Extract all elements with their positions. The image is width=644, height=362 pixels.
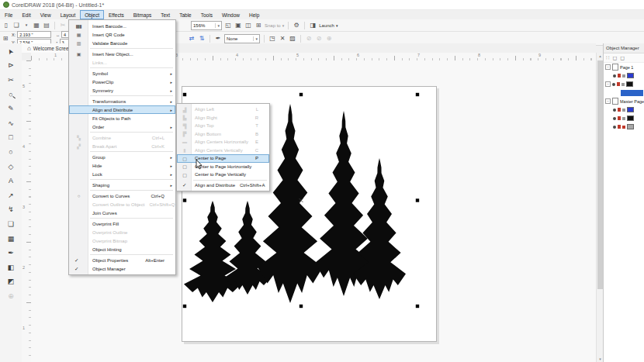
- interactive-fill-tool[interactable]: ◧: [4, 260, 18, 275]
- menu-item[interactable]: ▢ Center to Page P: [177, 154, 269, 163]
- collapse-icon[interactable]: -: [605, 98, 611, 104]
- tree-node-master-page[interactable]: - Master Page: [604, 97, 644, 105]
- lock-icon[interactable]: [617, 82, 620, 86]
- menu-item[interactable]: Order ▸: [69, 122, 175, 131]
- menubar-item[interactable]: Effects: [104, 10, 129, 19]
- lock-icon[interactable]: [618, 116, 621, 120]
- menubar-item[interactable]: Window: [217, 10, 244, 19]
- menu-item[interactable]: ▢ Center to Page Horizontally: [177, 163, 269, 171]
- unlink-icon[interactable]: ⊘: [315, 36, 323, 42]
- options-gear-icon[interactable]: ⚙: [293, 22, 300, 29]
- visibility-eye-icon[interactable]: [613, 126, 616, 129]
- show-object-properties-icon[interactable]: ◻: [612, 55, 617, 61]
- menu-item[interactable]: ✓ Align and Distribute Ctrl+Shift+A: [177, 181, 269, 190]
- smart-fill-tool[interactable]: ◩: [4, 275, 18, 290]
- edit-pencil-icon[interactable]: [622, 126, 625, 129]
- link-icon[interactable]: ⊘: [305, 36, 313, 42]
- menu-item[interactable]: Links...: [69, 58, 175, 67]
- target-icon[interactable]: ⊕: [325, 36, 333, 42]
- transparency-tool[interactable]: ▦: [4, 232, 18, 247]
- menu-item[interactable]: ▟ Align Left L: [177, 105, 269, 114]
- selection-handle[interactable]: [416, 93, 419, 96]
- crop-tool[interactable]: ✂: [4, 73, 18, 88]
- menu-item[interactable]: ▮▮▮ Insert Barcode...: [69, 22, 175, 30]
- print-icon[interactable]: ▤: [43, 22, 50, 29]
- menu-item[interactable]: ▞ Break Apart Ctrl+K: [69, 142, 175, 150]
- master-layer-row-guides[interactable]: [604, 105, 644, 114]
- zoom-level-combo[interactable]: 156% ▾: [191, 21, 222, 30]
- menu-item[interactable]: ▜ Align Top T: [177, 122, 269, 130]
- show-rulers-icon[interactable]: ▣: [234, 22, 242, 29]
- menu-item[interactable]: Symbol ▸: [69, 69, 175, 78]
- layer-manager-view-icon[interactable]: ∷: [606, 55, 609, 61]
- outline-width-combo[interactable]: None ▾: [224, 34, 260, 43]
- menu-item[interactable]: Join Curves: [69, 209, 175, 217]
- menu-item[interactable]: ▣ Insert New Object...: [69, 50, 175, 58]
- zoom-tool[interactable]: ○: [4, 88, 18, 102]
- launch-dropdown[interactable]: Launch ▾: [319, 23, 338, 28]
- menubar-item[interactable]: Tools: [196, 10, 217, 19]
- menu-item[interactable]: Hide ▸: [69, 161, 175, 170]
- master-layer-row-desktop[interactable]: [604, 114, 644, 122]
- add-tools[interactable]: ⊕: [4, 289, 18, 304]
- menubar-item[interactable]: Help: [244, 10, 264, 19]
- drop-shadow-tool[interactable]: ❏: [4, 217, 18, 232]
- open-dropdown-icon[interactable]: ▾: [23, 23, 30, 27]
- menubar-item[interactable]: Layout: [56, 10, 81, 19]
- menu-item[interactable]: ▮ Align Centers Vertically C: [177, 147, 269, 155]
- selection-handle[interactable]: [416, 305, 419, 308]
- selection-handle[interactable]: [299, 93, 303, 96]
- menu-item[interactable]: ▛ Align Bottom B: [177, 130, 269, 139]
- eyedropper-tool[interactable]: ✒: [4, 246, 18, 260]
- layer-row-layer1[interactable]: -: [604, 80, 644, 88]
- menu-item[interactable]: ○ Convert to Curves Ctrl+Q: [69, 191, 175, 200]
- menu-item[interactable]: PowerClip ▸: [69, 78, 175, 86]
- menu-item[interactable]: Lock ▸: [69, 170, 175, 178]
- menubar-item[interactable]: View: [36, 10, 56, 19]
- menu-item[interactable]: ▢ Center to Page Vertically: [177, 171, 269, 179]
- reduce-nodes-icon[interactable]: ▨: [289, 36, 296, 42]
- menu-item[interactable]: Transformations ▸: [69, 97, 175, 105]
- pick-tool[interactable]: ➤: [4, 44, 18, 59]
- menu-item[interactable]: Overprint Bitmap: [69, 236, 175, 245]
- menu-item[interactable]: ✓ Object Manager: [69, 264, 175, 273]
- visibility-eye-icon[interactable]: [613, 74, 616, 78]
- show-grid-icon[interactable]: ◫: [244, 22, 252, 29]
- mirror-vertical-icon[interactable]: ⇅: [198, 36, 206, 42]
- menu-item[interactable]: ▥ Validate Barcode: [69, 39, 175, 47]
- visibility-eye-icon[interactable]: [612, 83, 615, 86]
- edit-across-layers-icon[interactable]: ◻: [620, 55, 625, 61]
- selection-handle[interactable]: [183, 198, 186, 202]
- ellipse-tool[interactable]: ○: [4, 145, 18, 160]
- menu-item[interactable]: Group ▸: [69, 153, 175, 161]
- bspline-tool[interactable]: ∿: [4, 116, 18, 131]
- menu-item[interactable]: Symmetry ▸: [69, 86, 175, 95]
- new-document-icon[interactable]: ▯: [2, 22, 10, 29]
- lock-icon[interactable]: [618, 125, 621, 129]
- menu-item[interactable]: Object Hinting: [69, 245, 175, 253]
- freehand-tool[interactable]: ✎: [4, 102, 18, 116]
- menubar-item[interactable]: Text: [156, 10, 175, 19]
- pine-tree-2[interactable]: [224, 201, 271, 295]
- mirror-horizontal-icon[interactable]: ⇄: [188, 36, 196, 42]
- selected-object-row[interactable]: [604, 88, 644, 97]
- full-screen-preview-icon[interactable]: ◱: [224, 22, 232, 29]
- edit-pencil-icon[interactable]: [622, 117, 625, 120]
- menubar-item[interactable]: Object: [80, 10, 104, 19]
- snap-to-dropdown[interactable]: Snap to ▾: [265, 23, 284, 28]
- selection-handle[interactable]: [183, 305, 186, 308]
- edit-pencil-icon[interactable]: [622, 109, 625, 112]
- menu-item[interactable]: Convert Outline to Object Ctrl+Shift+Q: [69, 200, 175, 209]
- menubar-item[interactable]: Edit: [17, 10, 35, 19]
- shape-tool[interactable]: ⊳: [4, 59, 18, 74]
- cut-icon[interactable]: ✂: [59, 22, 67, 29]
- x-position-field[interactable]: 2.193 ": [17, 31, 51, 38]
- connector-tool[interactable]: ↯: [4, 203, 18, 218]
- show-guidelines-icon[interactable]: ⊞: [254, 22, 262, 29]
- menu-item[interactable]: ▦ Insert QR Code: [69, 30, 175, 39]
- to-curve-icon[interactable]: ◳: [268, 36, 276, 42]
- menu-item[interactable]: ▬ Align Centers Horizontally E: [177, 138, 269, 147]
- selection-handle[interactable]: [416, 198, 419, 202]
- lock-icon[interactable]: [618, 108, 621, 112]
- menu-item[interactable]: Align and Distribute ▸: [69, 105, 175, 114]
